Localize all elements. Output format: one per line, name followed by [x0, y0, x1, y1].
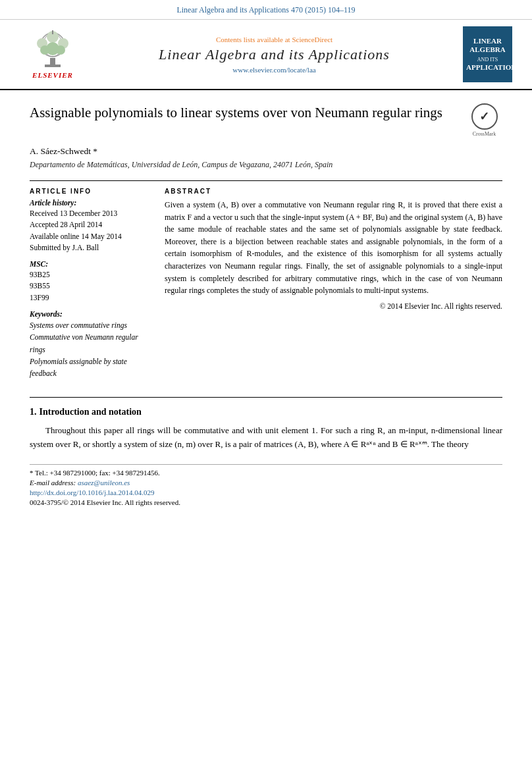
citation-bar: Linear Algebra and its Applications 470 …	[0, 0, 532, 20]
history-heading: Article history:	[30, 199, 151, 207]
abstract-column: ABSTRACT Given a system (A, B) over a co…	[165, 188, 502, 386]
svg-rect-10	[45, 65, 61, 67]
journal-info-center: Contents lists available at ScienceDirec…	[92, 36, 456, 74]
keyword1: Systems over commutative rings	[30, 319, 151, 331]
author-affiliation: Departamento de Matemáticas, Universidad…	[30, 160, 502, 170]
article-info-column: ARTICLE INFO Article history: Received 1…	[30, 188, 151, 386]
issn-line: 0024-3795/© 2014 Elsevier Inc. All right…	[30, 498, 502, 506]
email-label: E-mail address:	[30, 479, 76, 487]
elsevier-wordmark: ELSEVIER	[32, 71, 73, 79]
received-date: Received 13 December 2013	[30, 208, 151, 219]
section1-title: Introduction and notation	[40, 407, 142, 417]
info-abstract-section: ARTICLE INFO Article history: Received 1…	[30, 180, 502, 386]
svg-point-8	[40, 45, 49, 55]
section1-heading: 1.Introduction and notation	[30, 407, 502, 417]
journal-cover: LINEARALGEBRAand itsApplications	[463, 26, 512, 82]
main-content: Assignable polynomials to linear systems…	[0, 90, 532, 521]
doi-line[interactable]: http://dx.doi.org/10.1016/j.laa.2014.04.…	[30, 488, 502, 496]
copyright-notice: © 2014 Elsevier Inc. All rights reserved…	[165, 301, 502, 313]
crossmark-icon: ✓	[471, 103, 498, 130]
available-date: Available online 14 May 2014	[30, 231, 151, 242]
article-title: Assignable polynomials to linear systems…	[30, 103, 453, 122]
sciencedirect-notice: Contents lists available at ScienceDirec…	[92, 36, 456, 43]
abstract-text: Given a system (A, B) over a commutative…	[165, 199, 502, 313]
msc-group: MSC: 93B25 93B55 13F99	[30, 260, 151, 303]
submitted-by: Submitted by J.A. Ball	[30, 242, 151, 253]
crossmark-badge: ✓ CrossMark	[466, 103, 502, 137]
abstract-heading: ABSTRACT	[165, 188, 502, 195]
journal-header: ELSEVIER Contents lists available at Sci…	[0, 20, 532, 90]
journal-title: Linear Algebra and its Applications	[92, 46, 456, 63]
elsevier-logo-svg	[26, 30, 79, 71]
citation-text: Linear Algebra and its Applications 470 …	[176, 5, 355, 14]
elsevier-logo: ELSEVIER	[20, 30, 86, 79]
footnote-email-line: E-mail address: asaez@unileon.es	[30, 479, 502, 487]
accepted-date: Accepted 28 April 2014	[30, 219, 151, 230]
keyword2: Commutative von Neumann regular rings	[30, 331, 151, 356]
keywords-heading: Keywords:	[30, 310, 151, 318]
sciencedirect-label: ScienceDirect	[292, 36, 332, 43]
abstract-paragraph: Given a system (A, B) over a commutative…	[165, 199, 502, 297]
author-name: A. Sáez-Schwedt *	[30, 146, 502, 157]
sciencedirect-prefix: Contents lists available at	[216, 36, 292, 43]
section1-number: 1.	[30, 407, 37, 417]
msc1: 93B25	[30, 269, 151, 280]
article-title-area: Assignable polynomials to linear systems…	[30, 103, 502, 137]
footnote-tel: * Tel.: +34 987291000; fax: +34 98729145…	[30, 469, 502, 477]
cover-title: LINEARALGEBRAand itsApplications	[466, 37, 509, 72]
crossmark-label: CrossMark	[473, 131, 496, 137]
email-address[interactable]: asaez@unileon.es	[78, 479, 130, 487]
author-text: A. Sáez-Schwedt *	[30, 146, 97, 156]
svg-point-9	[56, 45, 65, 55]
article-info-heading: ARTICLE INFO	[30, 188, 151, 195]
msc3: 13F99	[30, 292, 151, 303]
keyword3: Polynomials assignable by state feedback	[30, 356, 151, 380]
msc-heading: MSC:	[30, 260, 151, 268]
footnote-area: * Tel.: +34 987291000; fax: +34 98729145…	[30, 464, 502, 506]
section-divider	[30, 397, 502, 398]
msc2: 93B55	[30, 280, 151, 292]
article-history: Article history: Received 13 December 20…	[30, 199, 151, 253]
journal-website: www.elsevier.com/locate/laa	[92, 66, 456, 74]
section1-paragraph: Throughout this paper all rings will be …	[30, 424, 502, 452]
keywords-group: Keywords: Systems over commutative rings…	[30, 310, 151, 380]
